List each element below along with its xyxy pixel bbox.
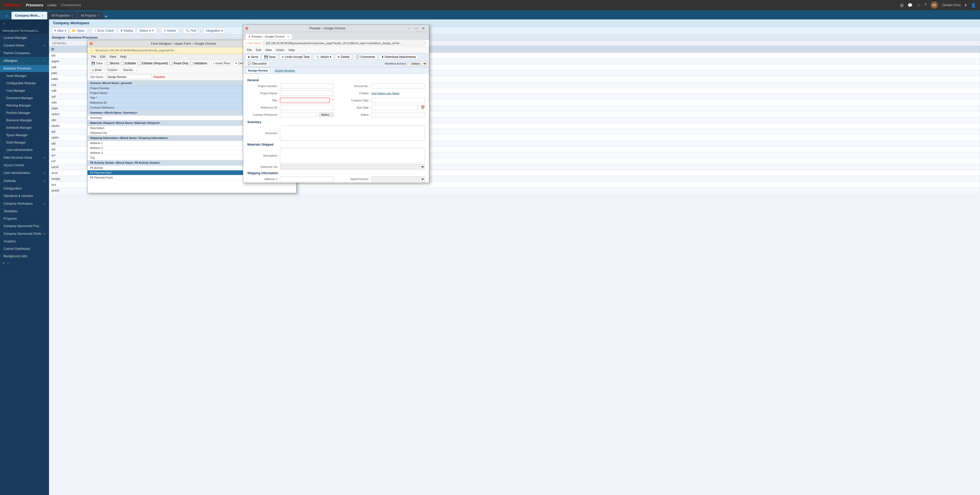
validation-checkbox-row[interactable]: Validation <box>190 62 207 65</box>
tab-home[interactable]: ⌂ <box>2 12 11 19</box>
sidebar-item-company-sponsored-shells[interactable]: Company Sponsored Shells + <box>0 230 49 238</box>
menu-view[interactable]: View <box>107 54 118 59</box>
state-province-select[interactable] <box>371 177 425 182</box>
calendar-icon[interactable]: 📅 <box>421 105 425 110</box>
tab-company-work[interactable]: Company Work... ✕ <box>11 12 47 19</box>
standard-button[interactable]: Standa... <box>121 67 137 73</box>
contract-select-button[interactable]: Select... <box>319 112 334 117</box>
chevron-down-icon[interactable]: ▾ <box>965 3 967 8</box>
sidebar-item-custom-dashboard[interactable]: Custom Dashboard <box>0 245 49 252</box>
preview-menu-action[interactable]: Action <box>274 48 286 53</box>
editable-req-checkbox[interactable] <box>138 62 141 65</box>
plus-icon-4[interactable]: + <box>43 179 45 183</box>
menu-help[interactable]: Help <box>118 54 129 59</box>
plus-icon-2[interactable]: + <box>43 156 45 160</box>
window-close-dot[interactable] <box>89 42 93 45</box>
preview-delete-button[interactable]: ✕ Delete <box>335 54 352 59</box>
tab-name-input[interactable] <box>106 75 151 79</box>
reference-id-input[interactable] <box>280 105 334 110</box>
preview-minimize[interactable]: − <box>406 25 413 32</box>
status-input[interactable] <box>371 112 425 117</box>
help-icon[interactable]: ? <box>924 3 927 7</box>
avatar[interactable]: CC <box>931 2 938 9</box>
sidebar-item-access-control[interactable]: Access Control <box>0 162 49 169</box>
editable-req-checkbox-row[interactable]: Editable (Required) <box>138 62 168 65</box>
sidebar-item-asset-manager[interactable]: Asset Manager <box>0 72 49 80</box>
editable-checkbox-row[interactable]: Editable <box>121 62 136 65</box>
star-icon[interactable]: ☆ <box>917 3 920 8</box>
sidebar-item-user-admin-2[interactable]: User Administration + <box>0 169 49 177</box>
sidebar-company-header[interactable]: Raininghome TechnologyCo... <box>0 27 49 34</box>
sidebar-item-company-workspace[interactable]: Company Workspace + <box>0 200 49 208</box>
tab-close-all-props[interactable]: ✕ <box>71 14 73 17</box>
sidebar-item-cost-manager[interactable]: Cost Manager <box>0 87 49 94</box>
sidebar-item-resource-manager[interactable]: Resource Manager <box>0 117 49 124</box>
url-bar[interactable] <box>262 41 426 46</box>
status-button[interactable]: Status ▾ ✕ <box>137 28 156 34</box>
tab-close-all-proj[interactable]: ✕ <box>97 14 100 17</box>
sidebar-item-portfolio-manager[interactable]: Portfolio Manager <box>0 109 49 117</box>
comments-button[interactable]: 💬 Comments <box>353 54 377 59</box>
sidebar-item-configuration[interactable]: Configuration <box>0 185 49 192</box>
download-attachments-button[interactable]: ⬇ Download Attachments <box>379 54 418 59</box>
preview-menu-view[interactable]: View <box>263 48 274 53</box>
preview-menu-help[interactable]: Help <box>286 48 297 53</box>
design-review-tab[interactable]: Design Review <box>246 68 270 73</box>
contract-ref-input[interactable] <box>280 112 317 117</box>
menu-file[interactable]: File <box>89 54 98 59</box>
plus-icon-6[interactable]: + <box>43 232 45 236</box>
plus-icon[interactable]: + <box>43 43 45 48</box>
creation-date-input[interactable] <box>371 98 425 103</box>
tab-all-properties[interactable]: All Properties ✕ <box>48 12 76 19</box>
due-date-input[interactable] <box>371 105 418 110</box>
preview-menu-file[interactable]: File <box>245 48 254 53</box>
sidebar-item-business-processes[interactable]: Business Processes <box>0 65 49 72</box>
sidebar-item-partner-companies[interactable]: Partner Companies <box>0 50 49 57</box>
address1-input[interactable] <box>280 177 334 182</box>
chrome-tab-close[interactable]: ✕ <box>287 35 289 38</box>
add-tab-button[interactable]: + <box>105 14 107 19</box>
read-only-checkbox-row[interactable]: Read-Only <box>169 62 188 65</box>
form-save-button[interactable]: 💾 Save <box>89 61 105 66</box>
preview-maximize[interactable]: □ <box>413 25 420 32</box>
workflow-select[interactable]: --Select-- <box>407 61 427 66</box>
blocks-checkbox[interactable] <box>106 62 110 65</box>
delete-button[interactable]: ✕ Delete <box>161 28 178 34</box>
add-sidebar-icon[interactable]: + <box>3 261 5 265</box>
editable-checkbox[interactable] <box>121 62 124 65</box>
project-number-input[interactable] <box>280 83 334 89</box>
open-button[interactable]: 📂 Open <box>70 28 87 34</box>
undo-accept-button[interactable]: ↩ Undo Accept Task <box>280 54 312 59</box>
tab-close-company[interactable]: ✕ <box>41 14 44 17</box>
sidebar-item-configurable-modules[interactable]: Configurable Modules <box>0 80 49 87</box>
sidebar-item-data-structure[interactable]: Data Structure Setup + <box>0 154 49 162</box>
table-row[interactable]: udr1Daily Reports <box>49 193 980 194</box>
preview-content[interactable]: General Project Number: Record No.: Proj… <box>243 74 429 183</box>
sidebar-item-space-manager[interactable]: Space Manager <box>0 131 49 139</box>
menu-edit[interactable]: Edit <box>98 54 107 59</box>
read-only-checkbox[interactable] <box>169 62 173 65</box>
error-check-button[interactable]: ✓ Error Check <box>92 28 116 34</box>
sidebar-item-company-sponsored-proj[interactable]: Company Sponsored Proj... <box>0 222 49 230</box>
sidebar-item-document-manager[interactable]: Document Manager <box>0 94 49 102</box>
redo-button[interactable]: ↪ Redo <box>89 67 104 73</box>
description-textarea[interactable] <box>280 148 425 163</box>
project-name-input[interactable] <box>280 91 334 96</box>
user-icon[interactable]: 👤 <box>971 3 976 8</box>
sidebar-item-templates[interactable]: Templates <box>0 208 49 215</box>
sidebar-item-user-admin-1[interactable]: User Administration <box>0 146 49 154</box>
chat-icon[interactable]: 💬 <box>907 3 913 8</box>
sidebar-item-udesigner[interactable]: uDesigner − <box>0 57 49 65</box>
summary-textarea[interactable] <box>280 125 425 141</box>
blocks-checkbox-row[interactable]: Blocks <box>106 62 119 65</box>
sidebar-item-background-jobs[interactable]: Background Jobs <box>0 252 49 260</box>
tab-all-projects[interactable]: All Projects ✕ <box>77 12 103 19</box>
sidebar-item-shell-manager[interactable]: Shell Manager <box>0 139 49 146</box>
creator-link[interactable]: First Name Last Name <box>371 92 399 95</box>
sidebar-item-consent-notice[interactable]: Consent Notice + <box>0 42 49 50</box>
sidebar-item-planning-manager[interactable]: Planning Manager <box>0 102 49 109</box>
sidebar-item-analytics[interactable]: Analytics <box>0 238 49 245</box>
design-reviews-link[interactable]: Design Reviews <box>273 68 297 73</box>
sidebar-item-gateway[interactable]: Gateway + <box>0 177 49 185</box>
validation-checkbox[interactable] <box>190 62 193 65</box>
